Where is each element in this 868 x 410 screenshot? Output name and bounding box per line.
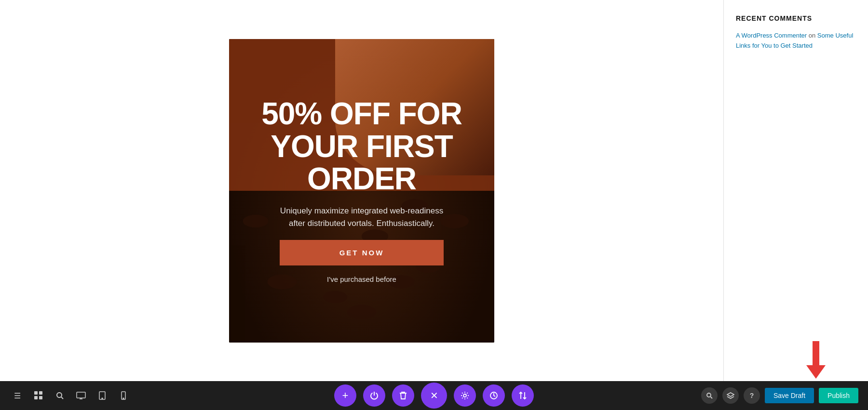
- delete-button[interactable]: [392, 384, 414, 407]
- layers-icon[interactable]: [722, 387, 739, 404]
- search-right-icon[interactable]: [701, 387, 718, 404]
- svg-marker-19: [727, 393, 734, 397]
- toolbar-center: + ✕: [334, 383, 534, 409]
- power-button[interactable]: [363, 384, 385, 407]
- get-now-button[interactable]: GET NOW: [280, 240, 444, 265]
- svg-rect-6: [77, 392, 85, 398]
- svg-point-4: [57, 393, 62, 397]
- svg-point-17: [707, 393, 711, 397]
- svg-rect-1: [39, 391, 42, 395]
- comment-item: A WordPress Commenter on Some Useful Lin…: [736, 31, 856, 51]
- svg-line-5: [61, 397, 63, 399]
- sort-button[interactable]: [512, 384, 534, 407]
- grid-icon[interactable]: [31, 388, 46, 403]
- save-draft-button[interactable]: Save Draft: [765, 388, 814, 403]
- menu-icon[interactable]: ☰: [10, 388, 25, 403]
- toolbar-left: ☰: [10, 388, 131, 403]
- add-button[interactable]: +: [334, 384, 356, 407]
- comment-on: on: [809, 32, 815, 39]
- svg-point-10: [102, 398, 103, 399]
- help-icon[interactable]: ?: [744, 387, 760, 404]
- canvas-area: 50% OFF FOR YOUR FIRST ORDER Uniquely ma…: [0, 0, 723, 381]
- comment-author[interactable]: A WordPress Commenter: [736, 32, 807, 39]
- svg-point-13: [463, 394, 466, 397]
- sidebar: Recent Comments A WordPress Commenter on…: [723, 0, 868, 381]
- svg-point-12: [123, 398, 124, 399]
- clock-button[interactable]: [483, 384, 505, 407]
- tablet-icon[interactable]: [95, 388, 110, 403]
- svg-rect-0: [34, 391, 38, 395]
- svg-rect-3: [39, 396, 42, 399]
- promo-card: 50% OFF FOR YOUR FIRST ORDER Uniquely ma…: [229, 39, 494, 343]
- promo-headline: 50% OFF FOR YOUR FIRST ORDER: [253, 98, 470, 195]
- recent-comments-title: Recent Comments: [736, 14, 856, 22]
- bottom-toolbar: ☰: [0, 381, 868, 410]
- publish-button[interactable]: Publish: [819, 388, 858, 403]
- promo-subtext: Uniquely maximize integrated web-readine…: [280, 205, 444, 230]
- toolbar-right: ? Save Draft Publish: [701, 387, 858, 404]
- search-icon[interactable]: [52, 388, 68, 403]
- svg-rect-2: [34, 396, 38, 399]
- desktop-icon[interactable]: [73, 388, 89, 403]
- svg-line-18: [710, 397, 712, 399]
- settings-button[interactable]: [454, 384, 476, 407]
- purchased-link[interactable]: I've purchased before: [327, 275, 396, 283]
- close-button[interactable]: ✕: [421, 383, 447, 409]
- mobile-icon[interactable]: [116, 388, 131, 403]
